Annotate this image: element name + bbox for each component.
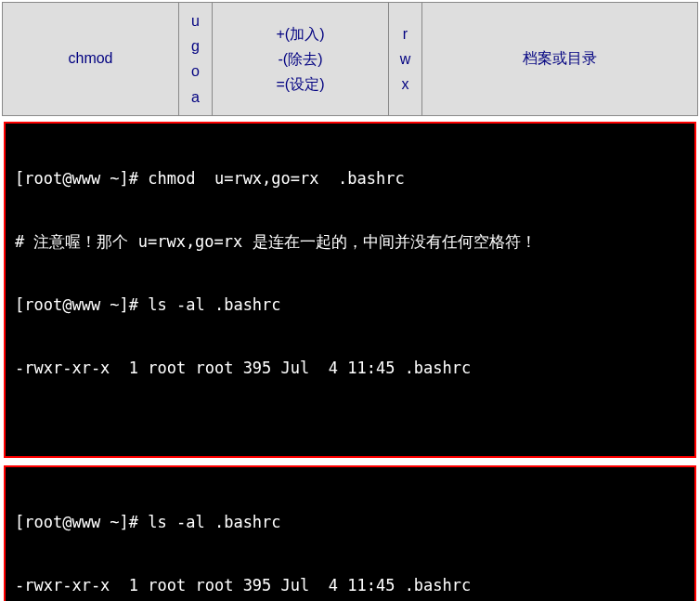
terminal-line: [root@www ~]# ls -al .bashrc [15, 506, 685, 538]
terminal-line: [root@www ~]# ls -al .bashrc [15, 289, 685, 320]
terminal-line: [root@www ~]# chmod u=rwx,go=rx .bashrc [15, 163, 685, 194]
ugoa-a: a [183, 85, 208, 110]
op-minus: -(除去) [216, 46, 384, 72]
rwx-x: x [393, 72, 418, 97]
syntax-rwx-cell: r w x [389, 3, 422, 116]
ugoa-g: g [183, 33, 208, 59]
terminal-block-1: [root@www ~]# chmod u=rwx,go=rx .bashrc … [4, 122, 696, 458]
op-equals: =(设定) [216, 72, 384, 97]
syntax-target-cell: 档案或目录 [422, 3, 698, 116]
terminal-line: -rwxr-xr-x 1 root root 395 Jul 4 11:45 .… [15, 352, 685, 384]
terminal-1: [root@www ~]# chmod u=rwx,go=rx .bashrc … [4, 122, 696, 458]
terminal-block-2: [root@www ~]# ls -al .bashrc -rwxr-xr-x … [4, 465, 696, 601]
chmod-syntax-table: chmod u g o a +(加入) -(除去) =(设定) r w x [2, 2, 698, 116]
terminal-line: -rwxr-xr-x 1 root root 395 Jul 4 11:45 .… [15, 569, 685, 601]
rwx-w: w [393, 46, 418, 72]
syntax-cmd-cell: chmod [3, 3, 179, 116]
rwx-r: r [393, 21, 418, 46]
op-plus: +(加入) [216, 21, 384, 46]
ugoa-u: u [183, 8, 208, 33]
syntax-cmd: chmod [68, 50, 112, 66]
syntax-target: 档案或目录 [523, 50, 597, 66]
ugoa-o: o [183, 59, 208, 84]
syntax-ugoa-cell: u g o a [179, 3, 213, 116]
terminal-line: # 注意喔！那个 u=rwx,go=rx 是连在一起的，中间并没有任何空格符！ [15, 226, 685, 257]
terminal-2: [root@www ~]# ls -al .bashrc -rwxr-xr-x … [4, 465, 696, 601]
syntax-ops-cell: +(加入) -(除去) =(设定) [213, 3, 389, 116]
